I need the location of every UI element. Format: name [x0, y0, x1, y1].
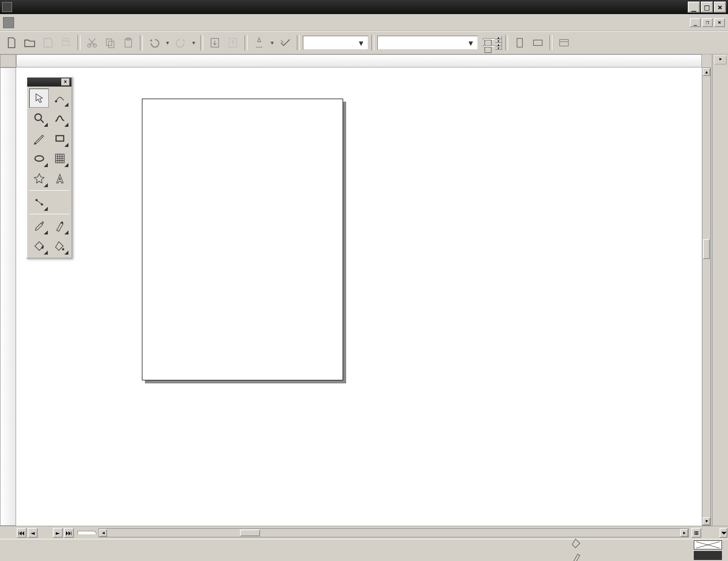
svg-rect-11	[533, 40, 542, 46]
minimize-button[interactable]: _	[688, 2, 700, 13]
polygon-tool[interactable]	[29, 169, 49, 188]
status-tool-icons	[570, 537, 583, 562]
status-bar	[0, 539, 728, 561]
horizontal-scrollbar[interactable]: ◂ ▸	[99, 528, 689, 537]
paper-size-combo[interactable]: ▼	[377, 36, 478, 50]
fill-tool[interactable]	[29, 236, 49, 256]
vertical-scrollbar[interactable]: ▴ ▾	[702, 67, 711, 526]
redo-button[interactable]	[172, 34, 189, 51]
copy-button[interactable]	[102, 34, 119, 51]
app-launcher-button[interactable]	[251, 34, 268, 51]
document-icon[interactable]	[3, 17, 14, 28]
options-button[interactable]	[555, 34, 573, 51]
text-tool[interactable]	[50, 169, 69, 188]
page-sorter-button[interactable]: ⊞	[691, 528, 701, 538]
rectangle-tool[interactable]	[50, 129, 69, 148]
export-button[interactable]	[224, 34, 241, 51]
svg-point-14	[35, 114, 41, 120]
svg-point-20	[61, 221, 63, 223]
maximize-button[interactable]: □	[701, 2, 713, 13]
first-page-button[interactable]: ⏮	[17, 528, 27, 538]
scroll-left-arrow-icon[interactable]: ◂	[99, 529, 107, 537]
page-height-field[interactable]	[483, 45, 495, 47]
svg-rect-5	[109, 41, 114, 48]
scroll-up-arrow-icon[interactable]: ▴	[702, 68, 710, 76]
toolbox-close-button[interactable]: ×	[61, 78, 69, 86]
toolbox-titlebar[interactable]: ×	[27, 77, 71, 87]
title-bar: _ □ ×	[0, 0, 728, 14]
ellipse-tool[interactable]	[29, 149, 49, 168]
print-button[interactable]	[57, 34, 74, 51]
mdi-restore-button[interactable]: ❐	[702, 18, 713, 27]
last-page-button[interactable]: ⏭	[64, 528, 74, 538]
svg-point-16	[35, 156, 43, 162]
palette-scroll-button[interactable]: ⏷	[719, 528, 727, 538]
interactive-fill-tool[interactable]	[50, 236, 69, 256]
svg-rect-10	[517, 38, 523, 47]
landscape-button[interactable]	[529, 34, 546, 51]
palette-flyout-icon[interactable]: ▸	[714, 55, 726, 64]
interactive-blend-tool[interactable]	[29, 193, 49, 212]
scroll-right-arrow-icon[interactable]: ▸	[680, 529, 688, 537]
horizontal-ruler[interactable]	[16, 54, 702, 67]
page-height-spinner[interactable]: ▴▾	[495, 43, 502, 50]
h-scroll-thumb[interactable]	[240, 529, 260, 536]
app-launcher-dropdown[interactable]: ▾	[269, 34, 276, 51]
outline-tool[interactable]	[50, 216, 69, 235]
next-page-button[interactable]: ►	[53, 528, 63, 538]
paste-button[interactable]	[120, 34, 137, 51]
page-width-spinner[interactable]: ▴▾	[495, 36, 502, 43]
save-button[interactable]	[39, 34, 56, 51]
dropdown-arrow-icon: ▼	[462, 39, 474, 47]
open-button[interactable]	[21, 34, 38, 51]
freehand-tool[interactable]	[50, 109, 69, 128]
undo-button[interactable]	[146, 34, 163, 51]
page-navigator-bar: ⏮ ◄ ► ⏭ ◂ ▸ ⊞ ⏷	[0, 526, 728, 539]
vertical-ruler[interactable]	[0, 67, 16, 526]
fill-swatch[interactable]	[694, 540, 722, 549]
new-button[interactable]	[3, 34, 20, 51]
menu-bar: _ ❐ ×	[0, 14, 728, 31]
svg-rect-4	[106, 39, 112, 45]
eyedropper-tool[interactable]	[29, 216, 49, 235]
v-scroll-thumb[interactable]	[703, 239, 710, 259]
corel-online-button[interactable]	[277, 34, 294, 51]
app-icon	[2, 2, 12, 12]
svg-rect-12	[559, 40, 568, 46]
svg-rect-1	[64, 38, 68, 41]
scroll-down-arrow-icon[interactable]: ▾	[702, 517, 710, 525]
mdi-window-controls: _ ❐ ×	[689, 18, 725, 27]
graph-paper-tool[interactable]	[50, 149, 69, 168]
svg-rect-15	[56, 136, 63, 141]
cut-button[interactable]	[84, 34, 101, 51]
work-area: ▴ ▾ ▸ ×	[0, 54, 728, 526]
pick-tool[interactable]	[29, 89, 49, 108]
portrait-button[interactable]	[511, 34, 528, 51]
close-button[interactable]: ×	[714, 2, 726, 13]
zoom-combo[interactable]: ▼	[303, 36, 368, 50]
page-width-field[interactable]	[483, 38, 495, 40]
ruler-origin[interactable]	[0, 54, 16, 67]
svg-point-13	[55, 100, 57, 102]
color-palette: ▸	[712, 54, 728, 526]
mdi-minimize-button[interactable]: _	[690, 18, 701, 27]
smart-drawing-tool[interactable]	[29, 129, 49, 148]
outline-pen-icon	[570, 551, 583, 562]
standard-toolbar: ▾ ▾ ▾ ▼ ▼ ▴▾ ▴▾	[0, 31, 728, 54]
svg-rect-0	[62, 41, 69, 46]
import-button[interactable]	[206, 34, 223, 51]
page-outline	[142, 99, 343, 380]
toolbox-panel[interactable]: ×	[26, 76, 72, 259]
shape-tool[interactable]	[50, 89, 69, 108]
drawing-canvas[interactable]	[16, 67, 702, 526]
prev-page-button[interactable]: ◄	[28, 528, 38, 538]
svg-point-21	[62, 248, 64, 250]
undo-dropdown[interactable]: ▾	[164, 34, 171, 51]
outline-swatch[interactable]	[694, 551, 722, 560]
zoom-tool[interactable]	[29, 109, 49, 128]
page-tab[interactable]	[77, 531, 97, 534]
redo-dropdown[interactable]: ▾	[190, 34, 197, 51]
dropdown-arrow-icon: ▼	[352, 39, 365, 47]
fill-bucket-icon	[570, 537, 583, 550]
mdi-close-button[interactable]: ×	[714, 18, 725, 27]
